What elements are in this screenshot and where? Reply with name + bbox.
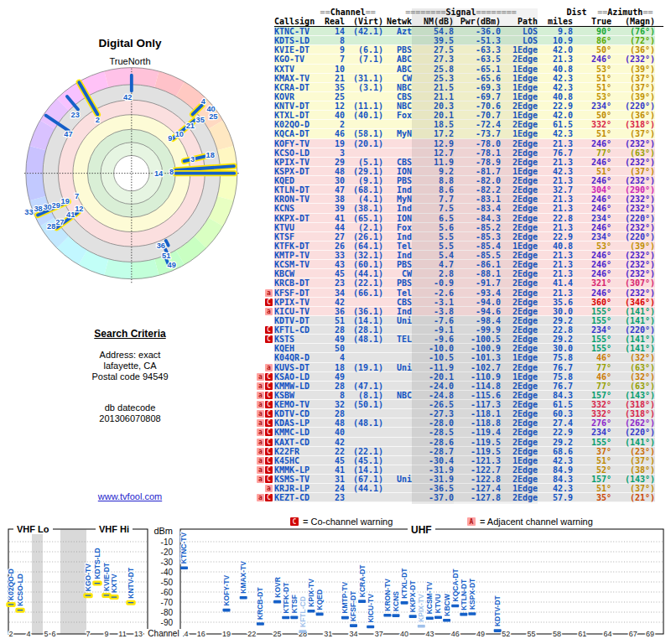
radar-channel-label: 47 bbox=[64, 130, 72, 138]
cell-real: 19 bbox=[325, 139, 345, 148]
cell-magn-azimuth: (232°) bbox=[611, 55, 655, 64]
adjacent-channel-warning-badge: a bbox=[257, 410, 264, 418]
radar-channel-label: 12 bbox=[75, 205, 83, 213]
radar-channel-label: 2 bbox=[96, 116, 100, 124]
cell-true-azimuth: 90° bbox=[573, 27, 611, 36]
cell-nm: 17.2 bbox=[412, 129, 454, 138]
table-row: KBCW45(44.1)CW2.8-88.12Edge21.3246°(232°… bbox=[256, 269, 663, 278]
table-row: aCK45HC45(45.1)-30.4-121.31Edge42.351°(3… bbox=[256, 456, 663, 465]
signal-bar bbox=[434, 615, 442, 619]
cell-path: 2Edge bbox=[501, 148, 538, 158]
cell-netwk bbox=[383, 372, 412, 382]
cell-real: 44 bbox=[325, 223, 345, 232]
signal-bar bbox=[299, 630, 306, 633]
cell-nm: -28.7 bbox=[412, 447, 454, 456]
adjacent-channel-warning-badge: a bbox=[257, 419, 264, 427]
cell-real: 40 bbox=[325, 111, 345, 120]
cell-path: 1Edge bbox=[501, 167, 538, 176]
station-callsign-label: KKPX-DT bbox=[408, 580, 417, 613]
cell-virt bbox=[345, 493, 383, 502]
cell-miles: 9.8 bbox=[538, 27, 573, 36]
cell-magn-azimuth: (141°) bbox=[611, 335, 655, 344]
cell-real: 42 bbox=[325, 298, 345, 307]
cell-path: 2Edge bbox=[501, 335, 538, 344]
cell-netwk: Ind bbox=[383, 204, 412, 213]
cell-magn-azimuth: (37°) bbox=[611, 83, 655, 92]
cell-magn-azimuth: (143°) bbox=[611, 391, 655, 400]
cell-callsign: KRJR-LP bbox=[274, 484, 325, 493]
cell-miles: 42.3 bbox=[538, 129, 573, 138]
cell-real: 32 bbox=[325, 400, 345, 409]
cell-real: 18 bbox=[325, 363, 345, 372]
table-row: aCKDAS-LP48(48.1)-28.0-118.82Edge27.4276… bbox=[256, 418, 663, 428]
table-row: KPIX-TV29(5.1)CBS11.9-78.92Edge21.3246°(… bbox=[256, 158, 663, 167]
cell-virt: (14.1) bbox=[345, 465, 383, 475]
cell-path: LOS bbox=[501, 36, 538, 45]
cell-callsign: K02QO-D bbox=[274, 120, 325, 129]
cell-nm: -26.5 bbox=[412, 400, 454, 409]
station-callsign-label: KFSF-DT bbox=[350, 590, 358, 621]
cell-callsign: KTXL-DT bbox=[274, 111, 325, 120]
channel-tick-label: 40 bbox=[400, 630, 408, 638]
signal-bar bbox=[358, 600, 366, 603]
cell-path: 2Edge bbox=[501, 316, 538, 325]
cell-pwr: -81.7 bbox=[454, 167, 501, 176]
table-row: KRON-TV38(4.1)MyN7.7-83.12Edge21.3246°(2… bbox=[256, 195, 663, 204]
table-row: KCNS39(38.1)Ind7.5-83.42Edge21.3246°(232… bbox=[256, 204, 663, 213]
cell-magn-azimuth: (232°) bbox=[611, 139, 655, 148]
cell-callsign: KMMK-LP bbox=[274, 465, 325, 475]
cell-callsign: K22FR bbox=[274, 447, 325, 456]
channel-tick-label: 67 bbox=[629, 630, 637, 638]
tvfool-link[interactable]: www.tvfool.com bbox=[98, 491, 162, 501]
cell-real: 21 bbox=[325, 74, 345, 83]
cell-callsign: KSMS-TV bbox=[274, 475, 325, 484]
cell-callsign: KQED bbox=[274, 176, 325, 185]
cell-virt bbox=[345, 428, 383, 437]
col-miles: miles bbox=[538, 18, 573, 27]
cell-real: 48 bbox=[325, 167, 345, 176]
cell-miles: 75.8 bbox=[538, 353, 573, 362]
adjacent-channel-warning-badge: a bbox=[265, 289, 273, 297]
cell-true-azimuth: 51° bbox=[573, 74, 611, 83]
dbm-tick-label: -90 bbox=[161, 618, 174, 627]
cell-virt: (64.1) bbox=[345, 242, 383, 251]
signal-bar bbox=[290, 616, 298, 620]
cell-magn-azimuth: (232°) bbox=[611, 204, 655, 213]
table-row: KCRA-DT35(3.1)NBC21.5-69.31Edge42.351°(3… bbox=[256, 83, 663, 92]
cell-magn-azimuth: (307°) bbox=[611, 278, 655, 288]
cell-callsign: KGO-TV bbox=[274, 55, 325, 64]
cell-pwr: -63.3 bbox=[454, 45, 501, 55]
cell-miles: 42.0 bbox=[538, 111, 573, 120]
cell-netwk: NBC bbox=[383, 391, 412, 400]
table-row: KTVU44(2.1)Fox5.6-85.22Edge21.3246°(232°… bbox=[256, 223, 663, 232]
co-channel-warning-badge: C bbox=[265, 382, 273, 390]
cell-miles: 61.5 bbox=[538, 120, 573, 129]
radar-channel-label: 7 bbox=[75, 192, 79, 200]
station-callsign-label: KPIX-TV bbox=[417, 594, 425, 622]
cell-path: LOS bbox=[501, 27, 538, 36]
db-datecode-label: db datecode bbox=[0, 402, 260, 413]
cell-miles: 84.3 bbox=[538, 475, 573, 484]
radar-channel-label: 36 bbox=[157, 242, 165, 250]
cell-true-azimuth: 51° bbox=[573, 484, 611, 493]
cell-virt: (38.1) bbox=[345, 204, 383, 213]
cell-true-azimuth: 246° bbox=[573, 195, 611, 204]
cell-netwk: PBS bbox=[383, 260, 412, 269]
cell-callsign: KTNC-TV bbox=[274, 27, 325, 36]
cell-true-azimuth: 155° bbox=[573, 438, 611, 447]
table-column-header: Callsign Real (Virt) Netwk NM(dB) Pwr(dB… bbox=[256, 18, 663, 27]
table-row: KQED30(9.1)PBS8.8-82.02Edge21.3246°(232°… bbox=[256, 176, 663, 185]
cell-virt: (20.1) bbox=[345, 139, 383, 148]
cell-callsign: KSTS bbox=[274, 335, 325, 344]
cell-pwr: -110.9 bbox=[454, 372, 501, 382]
cell-magn-azimuth: (63°) bbox=[611, 148, 655, 158]
cell-pwr: -85.5 bbox=[454, 251, 501, 260]
table-row: aCKSAO-LD49-20.1-110.91Edge75.846°(32°) bbox=[256, 372, 663, 382]
cell-true-azimuth: 246° bbox=[573, 223, 611, 232]
dbm-tick-label: -80 bbox=[161, 608, 174, 617]
radar-channel-label: 35 bbox=[196, 116, 205, 124]
cell-virt: (58.1) bbox=[345, 129, 383, 138]
table-row: CKSTS49(48.1)TEL-9.6-100.52Edge29.2155°(… bbox=[256, 335, 663, 344]
cell-miles: 32.7 bbox=[538, 185, 573, 195]
cell-magn-azimuth: (63°) bbox=[611, 363, 655, 372]
